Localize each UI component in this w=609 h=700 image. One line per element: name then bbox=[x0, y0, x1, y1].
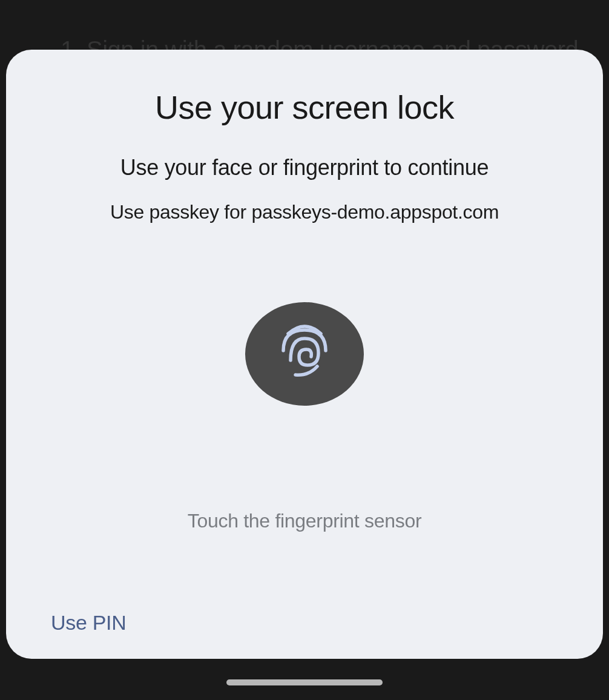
fingerprint-sensor-button[interactable] bbox=[245, 302, 364, 406]
fingerprint-icon bbox=[277, 323, 332, 386]
sensor-instruction-text: Touch the fingerprint sensor bbox=[188, 510, 422, 532]
sheet-subtitle: Use your face or fingerprint to continue bbox=[120, 155, 489, 180]
use-pin-button[interactable]: Use PIN bbox=[51, 611, 127, 635]
passkey-domain-text: Use passkey for passkeys-demo.appspot.co… bbox=[110, 201, 499, 223]
sheet-title: Use your screen lock bbox=[155, 88, 454, 126]
biometric-auth-sheet: Use your screen lock Use your face or fi… bbox=[6, 50, 603, 659]
home-indicator[interactable] bbox=[226, 679, 383, 685]
